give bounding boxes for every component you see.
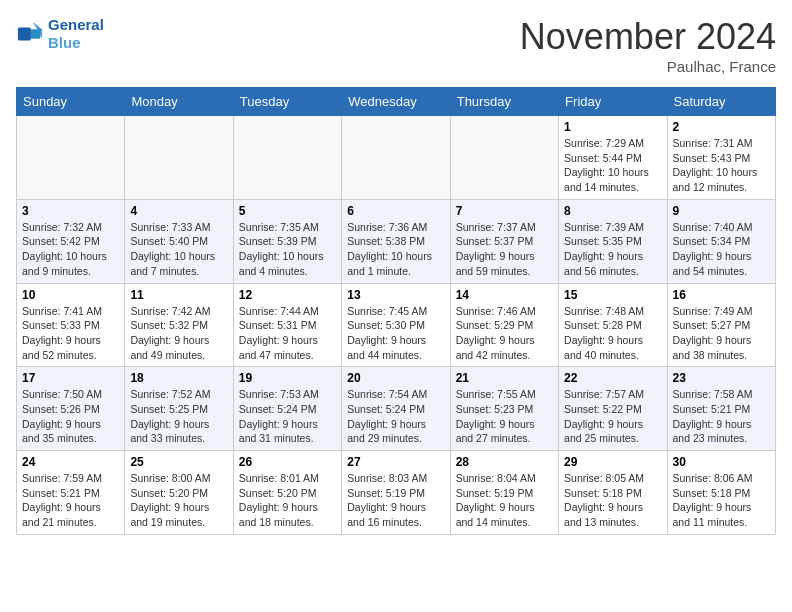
calendar-cell: 20Sunrise: 7:54 AM Sunset: 5:24 PM Dayli… xyxy=(342,367,450,451)
calendar-week-row: 24Sunrise: 7:59 AM Sunset: 5:21 PM Dayli… xyxy=(17,451,776,535)
day-number: 19 xyxy=(239,371,336,385)
calendar-cell: 18Sunrise: 7:52 AM Sunset: 5:25 PM Dayli… xyxy=(125,367,233,451)
day-info: Sunrise: 7:55 AM Sunset: 5:23 PM Dayligh… xyxy=(456,387,553,446)
day-number: 23 xyxy=(673,371,770,385)
day-number: 5 xyxy=(239,204,336,218)
calendar-cell xyxy=(17,116,125,200)
calendar-cell xyxy=(125,116,233,200)
day-info: Sunrise: 7:54 AM Sunset: 5:24 PM Dayligh… xyxy=(347,387,444,446)
calendar-cell: 27Sunrise: 8:03 AM Sunset: 5:19 PM Dayli… xyxy=(342,451,450,535)
calendar-cell xyxy=(342,116,450,200)
calendar-cell: 21Sunrise: 7:55 AM Sunset: 5:23 PM Dayli… xyxy=(450,367,558,451)
day-info: Sunrise: 8:03 AM Sunset: 5:19 PM Dayligh… xyxy=(347,471,444,530)
day-info: Sunrise: 8:00 AM Sunset: 5:20 PM Dayligh… xyxy=(130,471,227,530)
day-info: Sunrise: 7:48 AM Sunset: 5:28 PM Dayligh… xyxy=(564,304,661,363)
day-number: 7 xyxy=(456,204,553,218)
day-number: 13 xyxy=(347,288,444,302)
calendar-cell: 29Sunrise: 8:05 AM Sunset: 5:18 PM Dayli… xyxy=(559,451,667,535)
day-number: 11 xyxy=(130,288,227,302)
calendar-header-thursday: Thursday xyxy=(450,88,558,116)
calendar-header-saturday: Saturday xyxy=(667,88,775,116)
calendar-cell: 13Sunrise: 7:45 AM Sunset: 5:30 PM Dayli… xyxy=(342,283,450,367)
day-number: 21 xyxy=(456,371,553,385)
calendar-cell xyxy=(450,116,558,200)
day-info: Sunrise: 7:35 AM Sunset: 5:39 PM Dayligh… xyxy=(239,220,336,279)
day-number: 10 xyxy=(22,288,119,302)
calendar-cell: 11Sunrise: 7:42 AM Sunset: 5:32 PM Dayli… xyxy=(125,283,233,367)
calendar-header-sunday: Sunday xyxy=(17,88,125,116)
calendar-cell: 23Sunrise: 7:58 AM Sunset: 5:21 PM Dayli… xyxy=(667,367,775,451)
day-info: Sunrise: 8:06 AM Sunset: 5:18 PM Dayligh… xyxy=(673,471,770,530)
title-block: November 2024 Paulhac, France xyxy=(520,16,776,75)
calendar-header-friday: Friday xyxy=(559,88,667,116)
day-info: Sunrise: 7:53 AM Sunset: 5:24 PM Dayligh… xyxy=(239,387,336,446)
day-number: 1 xyxy=(564,120,661,134)
day-number: 8 xyxy=(564,204,661,218)
calendar-cell: 9Sunrise: 7:40 AM Sunset: 5:34 PM Daylig… xyxy=(667,199,775,283)
calendar-week-row: 10Sunrise: 7:41 AM Sunset: 5:33 PM Dayli… xyxy=(17,283,776,367)
day-number: 20 xyxy=(347,371,444,385)
month-title: November 2024 xyxy=(520,16,776,58)
day-number: 6 xyxy=(347,204,444,218)
day-info: Sunrise: 7:29 AM Sunset: 5:44 PM Dayligh… xyxy=(564,136,661,195)
calendar-cell: 12Sunrise: 7:44 AM Sunset: 5:31 PM Dayli… xyxy=(233,283,341,367)
day-number: 16 xyxy=(673,288,770,302)
day-info: Sunrise: 7:36 AM Sunset: 5:38 PM Dayligh… xyxy=(347,220,444,279)
day-number: 3 xyxy=(22,204,119,218)
day-number: 24 xyxy=(22,455,119,469)
day-info: Sunrise: 8:01 AM Sunset: 5:20 PM Dayligh… xyxy=(239,471,336,530)
calendar-cell: 25Sunrise: 8:00 AM Sunset: 5:20 PM Dayli… xyxy=(125,451,233,535)
day-info: Sunrise: 7:31 AM Sunset: 5:43 PM Dayligh… xyxy=(673,136,770,195)
day-number: 2 xyxy=(673,120,770,134)
logo-icon xyxy=(16,20,44,48)
day-number: 14 xyxy=(456,288,553,302)
calendar-cell: 28Sunrise: 8:04 AM Sunset: 5:19 PM Dayli… xyxy=(450,451,558,535)
day-info: Sunrise: 7:45 AM Sunset: 5:30 PM Dayligh… xyxy=(347,304,444,363)
day-info: Sunrise: 7:41 AM Sunset: 5:33 PM Dayligh… xyxy=(22,304,119,363)
calendar-week-row: 3Sunrise: 7:32 AM Sunset: 5:42 PM Daylig… xyxy=(17,199,776,283)
calendar-week-row: 1Sunrise: 7:29 AM Sunset: 5:44 PM Daylig… xyxy=(17,116,776,200)
day-info: Sunrise: 7:59 AM Sunset: 5:21 PM Dayligh… xyxy=(22,471,119,530)
calendar-header-monday: Monday xyxy=(125,88,233,116)
day-info: Sunrise: 7:50 AM Sunset: 5:26 PM Dayligh… xyxy=(22,387,119,446)
day-number: 26 xyxy=(239,455,336,469)
calendar-cell: 5Sunrise: 7:35 AM Sunset: 5:39 PM Daylig… xyxy=(233,199,341,283)
day-number: 18 xyxy=(130,371,227,385)
day-info: Sunrise: 7:44 AM Sunset: 5:31 PM Dayligh… xyxy=(239,304,336,363)
calendar-cell: 8Sunrise: 7:39 AM Sunset: 5:35 PM Daylig… xyxy=(559,199,667,283)
calendar-cell: 16Sunrise: 7:49 AM Sunset: 5:27 PM Dayli… xyxy=(667,283,775,367)
day-number: 22 xyxy=(564,371,661,385)
calendar-cell: 10Sunrise: 7:41 AM Sunset: 5:33 PM Dayli… xyxy=(17,283,125,367)
day-info: Sunrise: 7:46 AM Sunset: 5:29 PM Dayligh… xyxy=(456,304,553,363)
day-info: Sunrise: 8:05 AM Sunset: 5:18 PM Dayligh… xyxy=(564,471,661,530)
page-header: General Blue November 2024 Paulhac, Fran… xyxy=(16,16,776,75)
day-number: 30 xyxy=(673,455,770,469)
day-info: Sunrise: 7:42 AM Sunset: 5:32 PM Dayligh… xyxy=(130,304,227,363)
calendar-cell: 7Sunrise: 7:37 AM Sunset: 5:37 PM Daylig… xyxy=(450,199,558,283)
day-info: Sunrise: 7:33 AM Sunset: 5:40 PM Dayligh… xyxy=(130,220,227,279)
day-number: 28 xyxy=(456,455,553,469)
logo: General Blue xyxy=(16,16,104,52)
calendar-cell: 26Sunrise: 8:01 AM Sunset: 5:20 PM Dayli… xyxy=(233,451,341,535)
calendar-cell: 22Sunrise: 7:57 AM Sunset: 5:22 PM Dayli… xyxy=(559,367,667,451)
day-number: 12 xyxy=(239,288,336,302)
day-info: Sunrise: 7:49 AM Sunset: 5:27 PM Dayligh… xyxy=(673,304,770,363)
day-info: Sunrise: 7:58 AM Sunset: 5:21 PM Dayligh… xyxy=(673,387,770,446)
calendar-cell: 2Sunrise: 7:31 AM Sunset: 5:43 PM Daylig… xyxy=(667,116,775,200)
svg-rect-0 xyxy=(18,27,31,40)
calendar-cell: 24Sunrise: 7:59 AM Sunset: 5:21 PM Dayli… xyxy=(17,451,125,535)
calendar-week-row: 17Sunrise: 7:50 AM Sunset: 5:26 PM Dayli… xyxy=(17,367,776,451)
calendar-header-row: SundayMondayTuesdayWednesdayThursdayFrid… xyxy=(17,88,776,116)
day-number: 17 xyxy=(22,371,119,385)
calendar-cell xyxy=(233,116,341,200)
calendar-cell: 3Sunrise: 7:32 AM Sunset: 5:42 PM Daylig… xyxy=(17,199,125,283)
calendar-cell: 1Sunrise: 7:29 AM Sunset: 5:44 PM Daylig… xyxy=(559,116,667,200)
day-info: Sunrise: 7:32 AM Sunset: 5:42 PM Dayligh… xyxy=(22,220,119,279)
day-info: Sunrise: 7:40 AM Sunset: 5:34 PM Dayligh… xyxy=(673,220,770,279)
day-number: 27 xyxy=(347,455,444,469)
day-number: 15 xyxy=(564,288,661,302)
calendar-cell: 30Sunrise: 8:06 AM Sunset: 5:18 PM Dayli… xyxy=(667,451,775,535)
day-number: 9 xyxy=(673,204,770,218)
calendar-cell: 15Sunrise: 7:48 AM Sunset: 5:28 PM Dayli… xyxy=(559,283,667,367)
calendar-cell: 17Sunrise: 7:50 AM Sunset: 5:26 PM Dayli… xyxy=(17,367,125,451)
